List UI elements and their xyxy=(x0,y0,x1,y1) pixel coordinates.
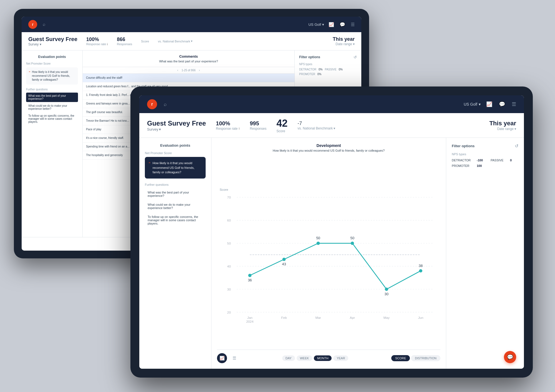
front-further-item-1[interactable]: What could we do to make your experience… xyxy=(145,201,206,212)
back-rr-label: Response rate ℹ xyxy=(86,42,108,46)
back-tablet-header: r ⌕ US Golf ▾ 📈 💬 ☰ xyxy=(22,17,361,32)
svg-text:30: 30 xyxy=(227,287,231,291)
dot-apr xyxy=(351,242,354,245)
back-title-group: Guest Survey Free Survey ▾ xyxy=(28,36,77,46)
back-menu-icon[interactable]: ☰ xyxy=(351,22,355,27)
front-time-buttons: DAY WEEK MONTH YEAR xyxy=(282,355,349,361)
dot-jun xyxy=(419,269,422,273)
svg-text:Apr: Apr xyxy=(350,316,355,320)
front-filter-title: Filter options xyxy=(452,144,475,148)
front-nps-row-1: PROMOTER 100 xyxy=(452,164,518,167)
back-further-item-2[interactable]: To follow up on specific concerns, the m… xyxy=(26,113,78,125)
front-response-rate: 100% Response rate ℹ xyxy=(216,120,240,131)
front-right-panel: Filter options ↺ NPS types DETRACTOR -10… xyxy=(446,138,524,369)
svg-text:40: 40 xyxy=(227,264,231,268)
front-further-item-2[interactable]: To follow up on specific concerns, the m… xyxy=(145,213,206,227)
label-30: 30 xyxy=(385,292,389,296)
front-list-icon[interactable]: ☰ xyxy=(229,353,239,363)
back-chat-icon[interactable]: 💬 xyxy=(340,22,345,27)
dot-jan xyxy=(248,274,251,277)
back-score-label: Score xyxy=(141,40,149,43)
back-benchmark-label: vs. National Benchmark ▾ xyxy=(158,39,193,43)
front-line-chart-icon[interactable]: 📈 xyxy=(217,353,227,363)
front-promoter-val: 100 xyxy=(477,164,488,167)
back-filter-title: Filter options xyxy=(299,55,320,59)
back-comments-question: What was the best part of your experienc… xyxy=(87,60,291,63)
label-50-mar: 50 xyxy=(316,236,320,240)
front-score-label: Score xyxy=(276,129,287,133)
back-nps-question[interactable]: " How likely is it that you would recomm… xyxy=(26,67,78,85)
front-logo: r xyxy=(147,99,157,109)
front-subtitle[interactable]: Survey ▾ xyxy=(147,127,206,131)
back-nps-label: Net Promoter Score xyxy=(26,62,78,65)
svg-text:2024: 2024 xyxy=(246,320,254,324)
back-subtitle[interactable]: Survey ▾ xyxy=(28,42,77,46)
front-quote-icon: " xyxy=(149,161,150,175)
back-org-chevron: ▾ xyxy=(322,22,324,27)
front-resp-label: Responses xyxy=(250,127,266,131)
front-org-selector[interactable]: US Golf ▾ xyxy=(464,102,481,106)
back-next-icon[interactable]: › xyxy=(199,69,200,72)
front-nps-question[interactable]: " How likely is it that you would recomm… xyxy=(145,157,206,179)
back-subheader: Guest Survey Free Survey ▾ 100% Response… xyxy=(22,32,361,50)
front-score-group: 42 Score xyxy=(276,118,287,133)
front-passive-val: 0 xyxy=(510,159,512,162)
front-further-item-0[interactable]: What was the best part of your experienc… xyxy=(145,189,206,200)
back-search-icon[interactable]: ⌕ xyxy=(43,22,46,27)
back-response-rate-stat: 100% Response rate ℹ xyxy=(86,37,108,46)
back-prev-icon[interactable]: ‹ xyxy=(177,69,178,72)
front-further-label: Further questions xyxy=(145,183,206,186)
scene: r ⌕ US Golf ▾ 📈 💬 ☰ Guest Survey Free xyxy=(14,9,541,383)
svg-text:Jun: Jun xyxy=(418,316,423,320)
back-responses-stat: 866 Responses xyxy=(117,37,132,46)
back-nps-types-label: NPS types xyxy=(299,63,357,66)
back-further-item-1[interactable]: What could we do to make your experience… xyxy=(26,103,78,112)
back-eval-title: Evaluation points xyxy=(26,55,78,59)
label-50-apr: 50 xyxy=(350,236,354,240)
back-comment-0[interactable]: Course difficulty and the staff! xyxy=(83,74,294,82)
front-nps-types-label: NPS types xyxy=(452,152,518,156)
back-score-stat: Score xyxy=(141,40,149,43)
back-promoter-val: 0% xyxy=(317,73,321,76)
front-year-btn[interactable]: YEAR xyxy=(333,355,348,361)
front-month-btn[interactable]: MONTH xyxy=(314,355,332,361)
front-menu-icon[interactable]: ☰ xyxy=(512,101,516,107)
front-nps-label: Net Promoter Score xyxy=(145,151,206,155)
back-pagination: ‹ 1-25 of 866 › xyxy=(83,67,294,74)
front-benchmark[interactable]: vs. National Benchmark ▾ xyxy=(297,126,335,130)
back-promoter-label: PROMOTER xyxy=(299,73,315,76)
front-filter-reset-icon[interactable]: ↺ xyxy=(515,143,518,149)
back-further-item-0[interactable]: What was the best part of your experienc… xyxy=(26,93,78,102)
back-org-selector[interactable]: US Golf ▾ xyxy=(308,22,324,27)
front-chart-area: Score 70 xyxy=(217,157,440,350)
front-detractor-key: DETRACTOR xyxy=(452,159,474,162)
back-date-label[interactable]: Date range ▾ xyxy=(333,42,355,46)
back-benchmark-stat[interactable]: vs. National Benchmark ▾ xyxy=(158,39,193,43)
front-fab-button[interactable]: 💬 xyxy=(504,351,516,363)
front-date-label[interactable]: Date range ▾ xyxy=(489,127,516,131)
front-chart-type-icons: 📈 ☰ xyxy=(217,353,239,363)
front-day-btn[interactable]: DAY xyxy=(282,355,295,361)
front-tablet-screen: r ⌕ US Golf ▾ 📈 💬 ☰ Guest Survey Free xyxy=(139,95,524,369)
svg-text:20: 20 xyxy=(227,310,231,314)
svg-text:60: 60 xyxy=(227,218,231,222)
front-distribution-btn[interactable]: DISTRIBUTION xyxy=(411,355,440,361)
back-chart-icon[interactable]: 📈 xyxy=(329,22,334,27)
front-header: r ⌕ US Golf ▾ 📈 💬 ☰ xyxy=(139,95,524,113)
back-resp-label: Responses xyxy=(117,42,132,46)
front-promoter-key: PROMOTER xyxy=(452,164,474,167)
front-chart-question: How likely is it that you would recommen… xyxy=(217,149,440,152)
back-comments-header: Comments What was the best part of your … xyxy=(83,50,294,67)
front-title-group: Guest Survey Free Survey ▾ xyxy=(147,119,206,131)
front-chart-title: Development xyxy=(217,143,440,148)
front-chat-icon[interactable]: 💬 xyxy=(499,101,505,107)
front-score-btn[interactable]: SCORE xyxy=(391,355,410,361)
back-nps-row-1: PROMOTER 0% xyxy=(299,73,357,76)
front-search-icon[interactable]: ⌕ xyxy=(164,101,167,107)
front-week-btn[interactable]: WEEK xyxy=(297,355,312,361)
front-y-label: Score xyxy=(220,188,228,192)
back-comments-title: Comments xyxy=(87,54,291,58)
svg-text:Mar: Mar xyxy=(315,316,321,320)
front-chart-icon[interactable]: 📈 xyxy=(486,101,492,107)
back-filter-reset-icon[interactable]: ↺ xyxy=(354,55,357,59)
